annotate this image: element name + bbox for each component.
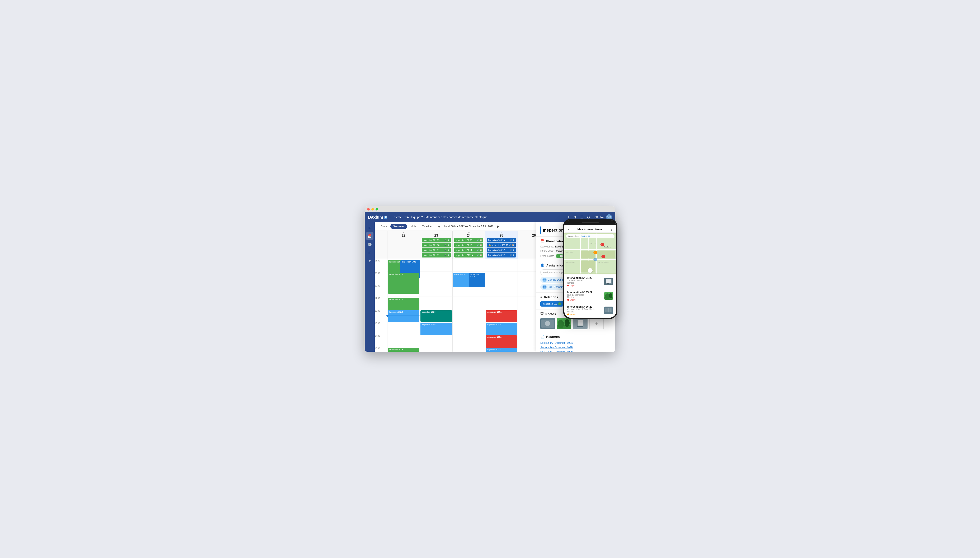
- inspection-chip-10112[interactable]: Inspection 101.12 🔊 📋: [422, 253, 451, 258]
- title-bar-accent: [540, 226, 541, 234]
- svg-point-2: [545, 321, 550, 326]
- day-header-m25: M 25 Inspection 103.1A 🔊 📋 🔒 Inspection …: [485, 231, 517, 259]
- close-window-button[interactable]: [367, 208, 370, 210]
- svg-text:Rue Pere...: Rue Pere...: [590, 243, 596, 244]
- inspection-chip-1031d[interactable]: Inspection 103.1D 🔊 📋: [487, 253, 516, 258]
- svg-rect-11: [578, 327, 580, 327]
- inspection-chip-10109[interactable]: Inspection 101.09 🔊 📋: [422, 238, 451, 243]
- inspection-chip-10211a[interactable]: Inspection 10211A 🔊 📋: [454, 253, 483, 258]
- rapports-label: Rapports: [546, 335, 560, 338]
- inspection-chip-10110[interactable]: Inspection 101.10 🔊 📋: [422, 243, 451, 248]
- svg-rect-19: [597, 251, 615, 259]
- badge-dot-urgent-35: [567, 299, 569, 301]
- phone-map: Rue Barc... Rue de la Madeleine Rue Perr…: [565, 233, 616, 274]
- current-time-line: [387, 315, 420, 316]
- allday-label: [375, 231, 387, 259]
- inspection-chip-10111[interactable]: Inspection 101.11 🔊 📋: [422, 248, 451, 253]
- svg-text:Rue de la Madeleine: Rue de la Madeleine: [598, 261, 609, 263]
- intervention-item-36[interactable]: Intervention N° 36-22 Complexe Sportif J…: [565, 303, 616, 318]
- left-sidebar: ⊞ 📅 🕐 ⊟ ⬆: [365, 222, 375, 352]
- inspection-chip-10211[interactable]: Inspection 102.11 🔊 📋: [454, 248, 483, 253]
- current-time-dot: [386, 315, 389, 317]
- rapport-103b[interactable]: Secteur 1A - Document 103B: [540, 345, 611, 350]
- event-1013[interactable]: Inspection 101.3: [420, 310, 452, 322]
- rapport-103c[interactable]: Secteur 1A - Document 103C: [540, 350, 611, 352]
- svg-rect-36: [607, 283, 609, 284]
- relations-label: Relations: [544, 295, 558, 299]
- event-1027[interactable]: Inspection 102.7: [486, 348, 517, 352]
- relations-icon: ≡: [540, 295, 542, 299]
- intervention-info-34: Intervention N° 34-22 2 Rue Bd Balzac Na…: [567, 276, 602, 287]
- photo-thumb-2[interactable]: [556, 318, 571, 329]
- svg-point-39: [605, 294, 609, 299]
- event-1042[interactable]: Inspection 104.2: [486, 335, 517, 348]
- rapports-section: 📄 Rapports Secteur 1A - Document 103A Se…: [536, 332, 615, 352]
- sidebar-icon-upload[interactable]: ⬆: [366, 257, 373, 265]
- fixer-date-toggle[interactable]: [556, 254, 563, 258]
- svg-rect-18: [581, 251, 595, 259]
- svg-point-6: [558, 320, 564, 328]
- phone-close-icon[interactable]: ✕: [567, 228, 570, 231]
- sidebar-icon-calendar[interactable]: 📅: [366, 232, 373, 240]
- photos-label: Photos: [545, 312, 556, 316]
- inspection-chip-1029b[interactable]: Inspection 102.9B 🔊 📋: [454, 238, 483, 243]
- user-icon: 👤: [540, 263, 545, 267]
- photo-thumb-1[interactable]: [540, 318, 555, 329]
- add-photo-button[interactable]: +: [589, 318, 604, 329]
- phone-notch-bar: [582, 222, 599, 223]
- svg-point-28: [593, 251, 597, 254]
- svg-text:!: !: [594, 252, 595, 254]
- svg-rect-35: [606, 279, 611, 283]
- intervention-item-34[interactable]: Intervention N° 34-22 2 Rue Bd Balzac Na…: [565, 274, 616, 289]
- sidebar-icon-history[interactable]: 🕐: [366, 241, 373, 248]
- event-1026[interactable]: Inspection 102.6: [486, 323, 517, 335]
- minimize-window-button[interactable]: [371, 208, 374, 210]
- rapport-103a[interactable]: Secteur 1A - Document 103A: [540, 341, 611, 345]
- intervention-thumb-34: [604, 278, 613, 285]
- photo-thumb-3[interactable]: [573, 318, 588, 329]
- prev-week-button[interactable]: ◀: [437, 224, 442, 228]
- map-breadcrumb: Interventions · Secteur 22: [566, 234, 614, 238]
- svg-point-26: [601, 243, 604, 246]
- event-1025[interactable]: Inspection 102.5: [420, 323, 452, 335]
- tab-mois[interactable]: Mois: [408, 224, 419, 229]
- inspection-chip-10210[interactable]: Inspection 102.10 🔊 📋: [454, 243, 483, 248]
- intervention-badge-35: Urgent: [567, 299, 602, 301]
- intervention-item-35[interactable]: Intervention N° 35-22 Rue du Belvédère N…: [565, 289, 616, 303]
- next-week-button[interactable]: ▶: [496, 224, 501, 228]
- inspection-chip-1031b-active[interactable]: 🔒 Inspection 103.1B 🔊 📋: [487, 243, 516, 248]
- event-1023[interactable]: Inspection 102.3: [388, 348, 419, 352]
- intervention-badge-36: Moyen: [567, 313, 602, 315]
- sidebar-icon-grid[interactable]: ⊞: [366, 224, 373, 231]
- maximize-window-button[interactable]: [376, 208, 378, 210]
- relation-node-103[interactable]: Inspection 103 ✓: [540, 301, 563, 307]
- svg-point-30: [601, 255, 605, 258]
- assignee-avatar-felix: FB: [542, 285, 547, 289]
- tab-jours[interactable]: Jours: [378, 224, 389, 229]
- inspection-chip-1031a[interactable]: Inspection 103.1A 🔊 📋: [487, 238, 516, 243]
- inspection-chip-1031c[interactable]: Inspection 103.1C 🔊 📋: [487, 248, 516, 253]
- page-title: Secteur 1A - Equipe 2 - Maintenance des …: [394, 215, 564, 219]
- intervention-info-35: Intervention N° 35-22 Rue du Belvédère N…: [567, 291, 602, 301]
- svg-text:!: !: [601, 244, 602, 246]
- day-header-s22: S 22: [387, 231, 420, 259]
- intervention-badge-34: Urgent: [567, 284, 602, 287]
- app-logo: DaxiumAI ✦: [368, 215, 391, 220]
- svg-point-7: [565, 319, 570, 327]
- svg-point-32: [593, 258, 597, 261]
- phone-header: ✕ Mes interventions ⋮: [565, 225, 616, 233]
- svg-point-40: [609, 293, 612, 298]
- event-1022[interactable]: Inspection 102.2: [388, 310, 419, 322]
- photo-icon: 🖼: [540, 312, 544, 316]
- tab-timeline[interactable]: Timeline: [419, 224, 434, 229]
- tab-semaines[interactable]: Semaines: [391, 224, 407, 229]
- relation-check-103: ✓: [558, 302, 561, 305]
- svg-rect-3: [542, 327, 547, 327]
- intervention-thumb-35: [604, 292, 613, 300]
- event-1041[interactable]: Inspection 104.1: [486, 310, 517, 322]
- phone-interventions-list: Intervention N° 34-22 2 Rue Bd Balzac Na…: [565, 274, 616, 318]
- phone-mockup: ✕ Mes interventions ⋮ Rue Barc...: [563, 219, 617, 319]
- phone-menu-icon[interactable]: ⋮: [610, 227, 613, 231]
- sidebar-icon-table[interactable]: ⊟: [366, 249, 373, 256]
- map-expand-button[interactable]: ⌄: [588, 268, 593, 273]
